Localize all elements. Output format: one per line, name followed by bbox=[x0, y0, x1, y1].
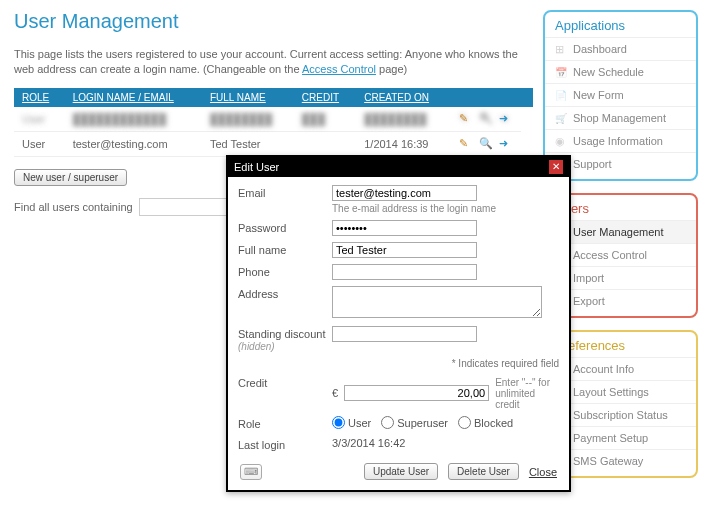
row-actions bbox=[451, 132, 521, 157]
address-label: Address bbox=[238, 286, 326, 300]
sidebar-item-label: Account Info bbox=[573, 363, 634, 375]
fullname-field[interactable] bbox=[332, 242, 477, 258]
cell-credit: ███ bbox=[294, 107, 356, 132]
discount-sublabel: (hidden) bbox=[238, 341, 275, 352]
discount-field[interactable] bbox=[332, 326, 477, 342]
table-row: User ████████████ ████████ ███ ████████ bbox=[14, 107, 533, 132]
sidebar-item-label: User Management bbox=[573, 226, 664, 238]
sidebar-item-label: Dashboard bbox=[573, 43, 627, 55]
address-field[interactable] bbox=[332, 286, 542, 318]
cell-credit bbox=[294, 132, 356, 157]
role-label: Role bbox=[238, 416, 326, 430]
arrow-icon[interactable] bbox=[499, 112, 513, 126]
col-credit[interactable]: CREDIT bbox=[294, 88, 356, 107]
keyboard-icon[interactable]: ⌨ bbox=[240, 464, 262, 480]
form-icon bbox=[555, 89, 567, 101]
modal-header[interactable]: Edit User ✕ bbox=[228, 157, 569, 177]
sidebar-item-label: New Form bbox=[573, 89, 624, 101]
delete-user-button[interactable]: Delete User bbox=[448, 463, 519, 480]
phone-field[interactable] bbox=[332, 264, 477, 280]
col-fullname[interactable]: FULL NAME bbox=[202, 88, 294, 107]
credit-label: Credit bbox=[238, 375, 326, 389]
credit-hint: Enter "--" for unlimited credit bbox=[495, 377, 559, 410]
phone-label: Phone bbox=[238, 264, 326, 278]
cell-role: User bbox=[14, 107, 65, 132]
role-radio-user[interactable] bbox=[332, 416, 345, 429]
table-row: User tester@testing.com Ted Tester 1/201… bbox=[14, 132, 533, 157]
search-icon[interactable] bbox=[479, 137, 493, 151]
password-field[interactable] bbox=[332, 220, 477, 236]
applications-title: Applications bbox=[545, 18, 696, 37]
role-radio-blocked[interactable] bbox=[458, 416, 471, 429]
edit-icon[interactable] bbox=[459, 137, 473, 151]
dash-icon bbox=[555, 43, 567, 55]
cell-created: ████████ bbox=[356, 107, 451, 132]
row-actions bbox=[451, 107, 521, 132]
close-link[interactable]: Close bbox=[529, 466, 557, 478]
arrow-icon[interactable] bbox=[499, 137, 513, 151]
lastlogin-label: Last login bbox=[238, 437, 326, 451]
cell-created: 1/2014 16:39 bbox=[356, 132, 451, 157]
intro-text: This page lists the users registered to … bbox=[14, 47, 533, 78]
col-role[interactable]: ROLE bbox=[14, 88, 65, 107]
email-hint: The e-mail address is the login name bbox=[332, 203, 496, 214]
access-control-link[interactable]: Access Control bbox=[302, 63, 376, 75]
close-icon[interactable]: ✕ bbox=[549, 160, 563, 174]
sidebar-item-label: Support bbox=[573, 158, 612, 170]
search-icon[interactable] bbox=[479, 112, 493, 126]
new-user-button[interactable]: New user / superuser bbox=[14, 169, 127, 186]
password-label: Password bbox=[238, 220, 326, 234]
cell-login: tester@testing.com bbox=[65, 132, 202, 157]
sidebar-item-new-schedule[interactable]: New Schedule bbox=[545, 60, 696, 83]
sidebar-item-label: Usage Information bbox=[573, 135, 663, 147]
edit-icon[interactable] bbox=[459, 112, 473, 126]
sidebar-item-label: Layout Settings bbox=[573, 386, 649, 398]
role-option-superuser[interactable]: Superuser bbox=[381, 416, 448, 429]
col-login[interactable]: LOGIN NAME / EMAIL bbox=[65, 88, 202, 107]
user-table: ROLE LOGIN NAME / EMAIL FULL NAME CREDIT… bbox=[14, 88, 533, 158]
sidebar-item-label: Export bbox=[573, 295, 605, 307]
sidebar-item-new-form[interactable]: New Form bbox=[545, 83, 696, 106]
discount-label: Standing discount bbox=[238, 328, 325, 340]
intro-part-b: page) bbox=[376, 63, 407, 75]
sidebar-item-label: Payment Setup bbox=[573, 432, 648, 444]
role-radio-superuser[interactable] bbox=[381, 416, 394, 429]
credit-currency: € bbox=[332, 387, 338, 399]
cell-name: ████████ bbox=[202, 107, 294, 132]
info-icon bbox=[555, 135, 567, 147]
cell-role: User bbox=[14, 132, 65, 157]
cell-login: ████████████ bbox=[65, 107, 202, 132]
sidebar-item-label: New Schedule bbox=[573, 66, 644, 78]
sidebar-item-label: Access Control bbox=[573, 249, 647, 261]
sidebar-item-label: Subscription Status bbox=[573, 409, 668, 421]
sidebar-item-shop-management[interactable]: Shop Management bbox=[545, 106, 696, 129]
role-option-user[interactable]: User bbox=[332, 416, 371, 429]
sidebar-item-label: SMS Gateway bbox=[573, 455, 643, 467]
find-input[interactable] bbox=[139, 198, 239, 216]
sidebar-item-label: Shop Management bbox=[573, 112, 666, 124]
update-user-button[interactable]: Update User bbox=[364, 463, 438, 480]
find-label: Find all users containing bbox=[14, 201, 133, 213]
intro-part-a: This page lists the users registered to … bbox=[14, 48, 518, 75]
sidebar-item-label: Import bbox=[573, 272, 604, 284]
col-created[interactable]: CREATED ON bbox=[356, 88, 451, 107]
lastlogin-value: 3/3/2014 16:42 bbox=[332, 437, 405, 449]
sidebar-item-dashboard[interactable]: Dashboard bbox=[545, 37, 696, 60]
cart-icon bbox=[555, 112, 567, 124]
edit-user-modal: Edit User ✕ Email The e-mail address is … bbox=[226, 155, 571, 492]
email-label: Email bbox=[238, 185, 326, 199]
credit-field[interactable] bbox=[344, 385, 489, 401]
sidebar-item-usage-information[interactable]: Usage Information bbox=[545, 129, 696, 152]
page-title: User Management bbox=[14, 10, 533, 33]
required-note: * Indicates required field bbox=[238, 358, 559, 369]
role-option-blocked[interactable]: Blocked bbox=[458, 416, 513, 429]
fullname-label: Full name bbox=[238, 242, 326, 256]
modal-title: Edit User bbox=[234, 161, 279, 173]
cell-name: Ted Tester bbox=[202, 132, 294, 157]
email-field[interactable] bbox=[332, 185, 477, 201]
cal-icon bbox=[555, 66, 567, 78]
